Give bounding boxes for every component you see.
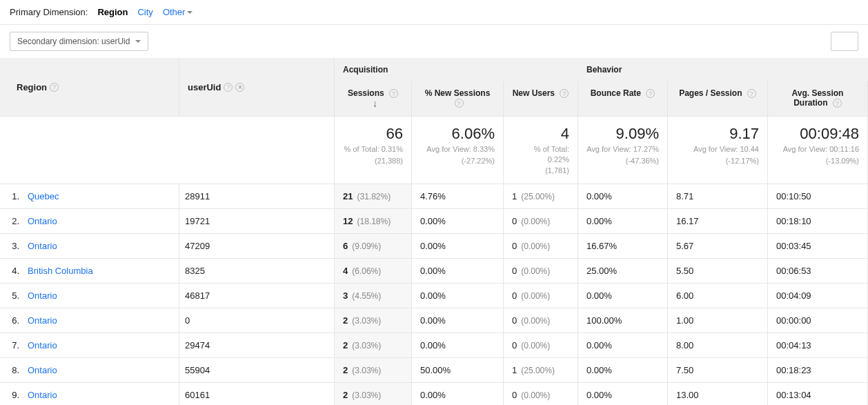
pages-cell: 5.50 xyxy=(668,259,768,284)
summary-newusers-sub1: % of Total: 0.22% xyxy=(512,144,569,164)
new-users-cell: 1(25.00%) xyxy=(504,184,578,209)
useruid-cell: 55904 xyxy=(179,358,335,383)
col-header-pct-new-label: % New Sessions xyxy=(425,88,491,98)
region-link[interactable]: Quebec xyxy=(22,184,179,209)
col-group-acquisition: Acquisition xyxy=(335,58,578,81)
region-link[interactable]: Ontario xyxy=(22,383,179,405)
report-container: Primary Dimension: Region City Other Sec… xyxy=(0,0,868,405)
duration-cell: 00:06:53 xyxy=(768,259,868,284)
summary-bounce-sub2: (-47.36%) xyxy=(586,156,659,166)
summary-duration-sub2: (-13.09%) xyxy=(776,156,859,166)
region-link[interactable]: Ontario xyxy=(22,284,179,308)
pct-new-cell: 0.00% xyxy=(412,259,504,284)
help-icon[interactable]: ? xyxy=(833,99,842,108)
new-users-cell: 1(25.00%) xyxy=(504,358,578,383)
duration-cell: 00:13:04 xyxy=(768,383,868,405)
summary-newusers-value: 4 xyxy=(512,125,569,143)
pct-new-cell: 0.00% xyxy=(412,284,504,308)
new-users-cell: 0(0.00%) xyxy=(504,383,578,405)
help-icon[interactable]: ? xyxy=(389,89,398,98)
summary-sessions: 66 % of Total: 0.31% (21,388) xyxy=(335,117,412,184)
summary-sessions-sub2: (21,388) xyxy=(343,156,403,166)
summary-pctnew-sub2: (-27.22%) xyxy=(420,156,495,166)
summary-pages-sub1: Avg for View: 10.44 xyxy=(676,144,759,154)
summary-pctnew-sub1: Avg for View: 8.33% xyxy=(420,144,495,154)
sessions-cell: 3(4.55%) xyxy=(335,284,412,308)
summary-newusers-sub2: (1,781) xyxy=(512,166,569,175)
duration-cell: 00:18:23 xyxy=(768,358,868,383)
region-link[interactable]: British Columbia xyxy=(22,259,179,284)
summary-bounce-sub1: Avg for View: 17.27% xyxy=(586,144,659,154)
new-users-cell: 0(0.00%) xyxy=(504,209,578,234)
help-icon[interactable]: ? xyxy=(224,83,233,92)
row-index: 8. xyxy=(0,358,22,383)
useruid-cell: 29474 xyxy=(179,333,335,358)
summary-bounce: 9.09% Avg for View: 17.27% (-47.36%) xyxy=(578,117,668,184)
useruid-cell: 28911 xyxy=(179,184,335,209)
region-link[interactable]: Ontario xyxy=(22,308,179,333)
help-icon[interactable]: ? xyxy=(50,83,59,92)
bounce-cell: 0.00% xyxy=(578,383,668,405)
new-users-cell: 0(0.00%) xyxy=(504,259,578,284)
bounce-cell: 0.00% xyxy=(578,284,668,308)
summary-pages: 9.17 Avg for View: 10.44 (-12.17%) xyxy=(668,117,768,184)
help-icon[interactable]: ? xyxy=(646,89,655,98)
summary-bounce-value: 9.09% xyxy=(586,125,659,143)
sessions-cell: 12(18.18%) xyxy=(335,209,412,234)
col-header-bounce-label: Bounce Rate xyxy=(591,88,641,98)
col-header-useruid[interactable]: userUid ? × xyxy=(179,58,335,117)
region-link[interactable]: Ontario xyxy=(22,209,179,234)
new-users-cell: 0(0.00%) xyxy=(504,234,578,259)
region-link[interactable]: Ontario xyxy=(22,358,179,383)
summary-duration-value: 00:09:48 xyxy=(776,125,859,143)
primary-dimension-city[interactable]: City xyxy=(137,7,152,17)
summary-pct-new: 6.06% Avg for View: 8.33% (-27.22%) xyxy=(412,117,504,184)
useruid-cell: 19721 xyxy=(179,209,335,234)
col-header-avg-duration[interactable]: Avg. Session Duration ? xyxy=(768,81,868,117)
bounce-cell: 0.00% xyxy=(578,358,668,383)
summary-sessions-value: 66 xyxy=(343,125,403,143)
pages-cell: 6.00 xyxy=(668,284,768,308)
table-row-region: 7.Ontario xyxy=(0,333,179,358)
col-header-pages-session[interactable]: Pages / Session ? xyxy=(668,81,768,117)
primary-dimension-active[interactable]: Region xyxy=(97,7,128,17)
row-index: 2. xyxy=(0,209,22,234)
table-row-region: 3.Ontario xyxy=(0,234,179,259)
summary-sessions-sub1: % of Total: 0.31% xyxy=(343,144,403,154)
region-link[interactable]: Ontario xyxy=(22,234,179,259)
search-input[interactable] xyxy=(831,32,858,51)
summary-duration-sub1: Avg for View: 00:11:16 xyxy=(776,144,859,154)
col-header-region-label: Region xyxy=(17,82,47,92)
help-icon[interactable]: ? xyxy=(560,89,569,98)
pages-cell: 7.50 xyxy=(668,358,768,383)
table-row-region: 8.Ontario xyxy=(0,358,179,383)
table-row-region: 9.Ontario xyxy=(0,383,179,405)
help-icon[interactable]: ? xyxy=(747,89,756,98)
table-row-region: 1.Quebec xyxy=(0,184,179,209)
pct-new-cell: 0.00% xyxy=(412,234,504,259)
row-index: 5. xyxy=(0,284,22,308)
bounce-cell: 16.67% xyxy=(578,234,668,259)
col-header-pct-new-sessions[interactable]: % New Sessions ? xyxy=(412,81,504,117)
sessions-cell: 21(31.82%) xyxy=(335,184,412,209)
secondary-dimension-select[interactable]: Secondary dimension: userUid xyxy=(10,32,148,51)
caret-down-icon xyxy=(187,11,193,14)
region-link[interactable]: Ontario xyxy=(22,333,179,358)
col-header-bounce-rate[interactable]: Bounce Rate ? xyxy=(578,81,668,117)
pct-new-cell: 50.00% xyxy=(412,358,504,383)
bounce-cell: 0.00% xyxy=(578,209,668,234)
sort-descending-icon: ↓ xyxy=(373,98,377,109)
pages-cell: 8.71 xyxy=(668,184,768,209)
row-index: 3. xyxy=(0,234,22,259)
primary-dimension-other[interactable]: Other xyxy=(163,7,193,17)
col-header-new-users[interactable]: New Users ? xyxy=(504,81,578,117)
help-icon[interactable]: ? xyxy=(455,99,464,108)
primary-dimension-label: Primary Dimension: xyxy=(10,7,88,17)
data-table: Region ? userUid ? × Acquisition Behavio… xyxy=(0,58,868,405)
table-row-region: 6.Ontario xyxy=(0,308,179,333)
remove-dimension-icon[interactable]: × xyxy=(235,83,244,92)
useruid-cell: 0 xyxy=(179,308,335,333)
col-header-sessions[interactable]: Sessions ? ↓ xyxy=(335,81,412,117)
sessions-cell: 4(6.06%) xyxy=(335,259,412,284)
col-header-region[interactable]: Region ? xyxy=(0,58,179,117)
